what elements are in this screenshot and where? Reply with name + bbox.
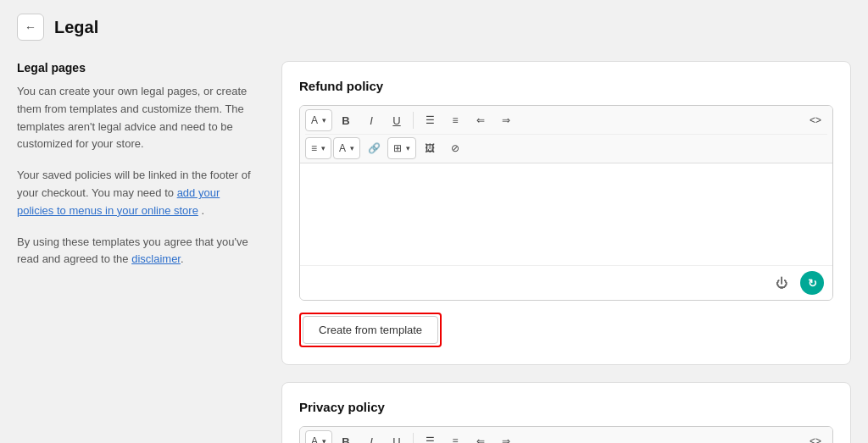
main-content: Refund policy A ▾ B I U [281, 61, 851, 443]
bold-button[interactable]: B [334, 109, 358, 131]
privacy-toolbar: A ▾ B I U ☰ ≡ ⇐ ⇒ <> [300, 427, 832, 443]
create-from-template-button[interactable]: Create from template [303, 316, 438, 344]
refund-editor-body[interactable] [300, 163, 832, 265]
special-char-button[interactable]: ⊘ [443, 137, 467, 159]
privacy-toolbar-row-1: A ▾ B I U ☰ ≡ ⇐ ⇒ <> [305, 430, 827, 443]
color-dropdown[interactable]: A ▾ [333, 137, 360, 159]
page-header: ← Legal [17, 14, 851, 41]
privacy-ol-button[interactable]: ≡ [443, 430, 467, 443]
privacy-indent-button[interactable]: ⇒ [494, 430, 518, 443]
align-icon: ≡ [311, 142, 317, 154]
privacy-ul-button[interactable]: ☰ [418, 430, 442, 443]
toolbar-row-1: A ▾ B I U ☰ ≡ ⇐ ⇒ <> [305, 109, 827, 131]
font-dropdown-chevron: ▾ [322, 116, 326, 125]
refund-policy-title: Refund policy [299, 79, 833, 93]
sidebar-paragraph-2: Your saved policies will be linked in th… [17, 167, 254, 219]
create-template-highlight: Create from template [299, 313, 442, 347]
privacy-bold-button[interactable]: B [334, 430, 358, 443]
sidebar: Legal pages You can create your own lega… [17, 61, 254, 443]
unordered-list-button[interactable]: ☰ [418, 109, 442, 131]
table-icon: ⊞ [393, 142, 402, 154]
sidebar-paragraph-3: By using these templates you agree that … [17, 234, 254, 269]
sidebar-disclaimer-link[interactable]: disclaimer [131, 252, 181, 265]
privacy-underline-button[interactable]: U [385, 430, 409, 443]
sidebar-paragraph-1: You can create your own legal pages, or … [17, 83, 254, 153]
page-title: Legal [54, 18, 98, 37]
privacy-code-button[interactable]: <> [804, 430, 827, 443]
ordered-list-button[interactable]: ≡ [443, 109, 467, 131]
ai-assist-icon[interactable]: ↻ [800, 271, 824, 295]
privacy-policy-title: Privacy policy [299, 400, 833, 414]
sidebar-p2-text-after: . [198, 204, 204, 217]
refund-editor-footer: ⏻ ↻ [300, 265, 832, 300]
align-dropdown-chevron: ▾ [321, 144, 326, 152]
italic-button[interactable]: I [359, 109, 383, 131]
indent-button[interactable]: ⇒ [494, 109, 518, 131]
outdent-button[interactable]: ⇐ [469, 109, 492, 131]
color-icon: A [339, 142, 346, 154]
privacy-toolbar-sep-1 [413, 433, 414, 443]
privacy-font-label: A [311, 435, 318, 443]
code-view-button[interactable]: <> [804, 109, 827, 131]
color-dropdown-chevron: ▾ [350, 144, 354, 152]
font-size-label: A [311, 114, 318, 126]
underline-button[interactable]: U [385, 109, 409, 131]
image-button[interactable]: 🖼 [418, 137, 442, 159]
link-button[interactable]: 🔗 [362, 137, 386, 159]
sidebar-title: Legal pages [17, 61, 254, 75]
refund-toolbar: A ▾ B I U ☰ ≡ ⇐ ⇒ <> [300, 106, 832, 163]
refund-policy-card: Refund policy A ▾ B I U [281, 61, 851, 365]
privacy-policy-card: Privacy policy A ▾ B I U [281, 382, 851, 443]
privacy-font-chevron: ▾ [322, 437, 326, 443]
privacy-italic-button[interactable]: I [359, 430, 383, 443]
privacy-editor: A ▾ B I U ☰ ≡ ⇐ ⇒ <> [299, 426, 833, 443]
back-button[interactable]: ← [17, 14, 44, 41]
table-dropdown-chevron: ▾ [406, 144, 410, 152]
power-icon-button[interactable]: ⏻ [770, 271, 793, 295]
toolbar-sep-1 [413, 112, 414, 129]
font-size-dropdown[interactable]: A ▾ [305, 109, 332, 131]
toolbar-row-2: ≡ ▾ A ▾ 🔗 ⊞ ▾ 🖼 [305, 134, 827, 159]
sidebar-p3-text-after: . [181, 252, 184, 265]
privacy-outdent-button[interactable]: ⇐ [469, 430, 492, 443]
align-dropdown[interactable]: ≡ ▾ [305, 137, 331, 159]
refund-editor: A ▾ B I U ☰ ≡ ⇐ ⇒ <> [299, 105, 833, 301]
table-dropdown[interactable]: ⊞ ▾ [387, 137, 416, 159]
privacy-font-dropdown[interactable]: A ▾ [305, 430, 332, 443]
